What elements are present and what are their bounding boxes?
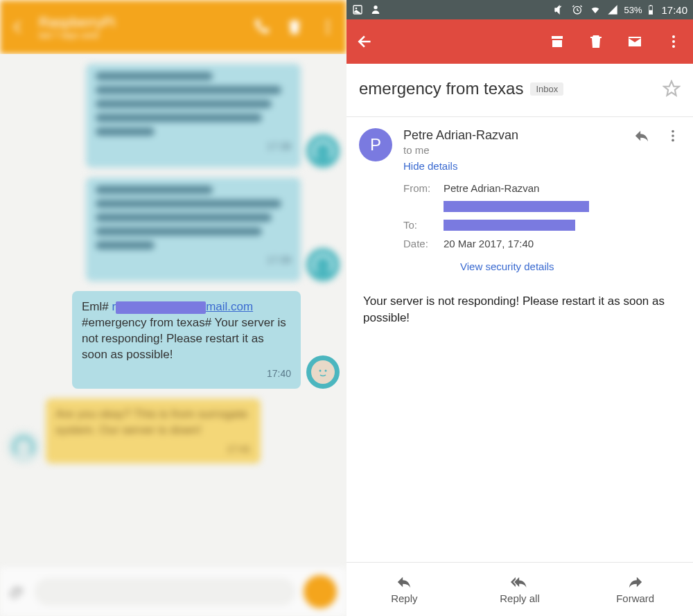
security-details-link[interactable]: View security details <box>403 261 693 272</box>
reply-icon[interactable] <box>633 128 650 143</box>
star-icon[interactable] <box>663 80 681 98</box>
sms-input[interactable] <box>35 578 295 606</box>
to-label: To: <box>403 219 444 231</box>
mute-icon <box>553 4 565 15</box>
sender-avatar[interactable]: P <box>359 128 392 161</box>
sms-app-header: RaspberryPi last 7 days used <box>0 0 346 54</box>
svg-point-17 <box>672 139 674 142</box>
archive-button[interactable] <box>547 32 567 51</box>
sms-thread[interactable]: 17:38 17:39 Eml# <box>0 54 346 616</box>
battery-percent: 53% <box>624 5 642 15</box>
details-panel: From: Petre Adrian-Razvan To: Date: 20 M… <box>346 177 693 261</box>
from-value: Petre Adrian-Razvan <box>444 182 539 194</box>
inbox-label-chip[interactable]: Inbox <box>530 82 563 96</box>
wifi-icon <box>589 4 602 15</box>
gmail-appbar <box>346 19 693 64</box>
message-body: #emergency from texas# Your server is no… <box>82 316 286 361</box>
contact-title: RaspberryPi <box>39 15 115 30</box>
image-notification-icon <box>352 4 363 15</box>
delete-button[interactable] <box>586 32 606 51</box>
redacted-to-email <box>444 220 575 231</box>
sms-app-panel: RaspberryPi last 7 days used 17:38 <box>0 0 346 616</box>
forward-icon <box>626 574 644 590</box>
svg-point-3 <box>319 369 322 371</box>
attach-icon[interactable] <box>10 583 26 600</box>
message-time: 17:40 <box>82 367 291 380</box>
reply-all-button[interactable]: Reply all <box>462 563 578 616</box>
svg-point-16 <box>672 134 674 137</box>
more-menu-button[interactable] <box>664 32 683 51</box>
message-more-icon[interactable] <box>665 128 681 143</box>
signal-icon <box>607 4 618 15</box>
message-header: P Petre Adrian-Razvan to me Hide details <box>346 117 693 177</box>
gmail-app-panel: 53% 17:40 emergency from texas Inbox P <box>346 0 693 616</box>
sms-input-row <box>0 567 346 616</box>
date-value: 20 Mar 2017, 17:40 <box>444 238 534 249</box>
hide-details-link[interactable]: Hide details <box>403 160 457 172</box>
from-label: From: <box>403 182 444 194</box>
sender-name: Petre Adrian-Razvan <box>403 128 633 143</box>
svg-point-14 <box>672 45 675 48</box>
svg-point-0 <box>326 20 329 23</box>
alarm-icon <box>571 4 584 15</box>
message-bubble: 17:39 <box>7 177 340 281</box>
email-subject: emergency from texas <box>359 79 523 98</box>
back-icon[interactable] <box>10 19 26 35</box>
back-arrow-icon[interactable] <box>356 33 374 51</box>
redacted-email-link[interactable]: rmail.com <box>112 300 253 313</box>
send-button[interactable] <box>304 575 337 608</box>
contact-subtitle: last 7 days used <box>39 30 115 40</box>
email-body: Your server is not responding! Please re… <box>346 283 693 339</box>
delete-icon[interactable] <box>286 18 304 36</box>
reply-button[interactable]: Reply <box>346 563 462 616</box>
reply-all-icon <box>511 574 529 590</box>
svg-point-4 <box>325 369 327 371</box>
redacted-from-email <box>444 201 589 212</box>
call-icon[interactable] <box>252 18 270 36</box>
svg-point-12 <box>672 35 675 38</box>
to-line: to me <box>403 144 633 156</box>
date-label: Date: <box>403 238 444 249</box>
svg-point-1 <box>326 26 329 28</box>
message-bubble: 17:38 <box>7 64 340 168</box>
svg-point-2 <box>326 30 329 33</box>
message-bubble: Are you okay? This is from surrogate sys… <box>7 398 340 464</box>
statusbar-time: 17:40 <box>661 4 687 16</box>
svg-point-15 <box>672 130 674 133</box>
focused-message-bubble[interactable]: Eml# rmail.com #emergency from texas# Yo… <box>7 291 340 389</box>
svg-rect-11 <box>650 5 652 6</box>
subject-row: emergency from texas Inbox <box>346 64 693 116</box>
message-prefix: Eml# <box>82 300 109 313</box>
battery-icon <box>647 4 654 15</box>
person-notification-icon <box>370 4 381 15</box>
more-icon[interactable] <box>319 18 337 36</box>
bottom-action-bar: Reply Reply all Forward <box>346 562 693 616</box>
android-statusbar: 53% 17:40 <box>346 0 693 19</box>
svg-point-7 <box>374 6 377 9</box>
forward-button[interactable]: Forward <box>577 563 693 616</box>
svg-point-6 <box>356 8 358 10</box>
reply-icon <box>395 574 413 590</box>
svg-point-13 <box>672 40 675 43</box>
svg-rect-10 <box>649 10 653 15</box>
contact-avatar[interactable] <box>306 355 340 389</box>
mark-unread-button[interactable] <box>625 32 644 51</box>
